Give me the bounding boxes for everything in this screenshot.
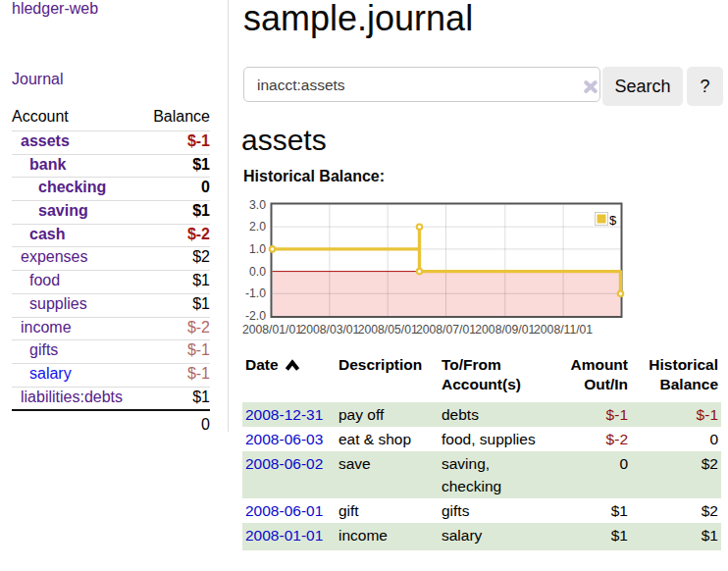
svg-text:2008/01/01: 2008/01/01: [242, 323, 302, 337]
svg-text:2008/05/01: 2008/05/01: [358, 323, 418, 337]
svg-text:2.0: 2.0: [249, 220, 266, 234]
svg-text:3.0: 3.0: [249, 198, 266, 212]
svg-text:2008/07/01: 2008/07/01: [416, 323, 476, 337]
svg-text:0.0: 0.0: [249, 265, 266, 279]
svg-text:-1.0: -1.0: [245, 286, 266, 300]
svg-text:2008/03/01: 2008/03/01: [299, 323, 359, 337]
svg-text:-2.0: -2.0: [245, 309, 266, 323]
svg-text:1.0: 1.0: [249, 242, 266, 256]
svg-text:$: $: [609, 213, 617, 228]
svg-text:2008/09/01: 2008/09/01: [475, 323, 535, 337]
svg-text:2008/11/01: 2008/11/01: [534, 323, 593, 337]
